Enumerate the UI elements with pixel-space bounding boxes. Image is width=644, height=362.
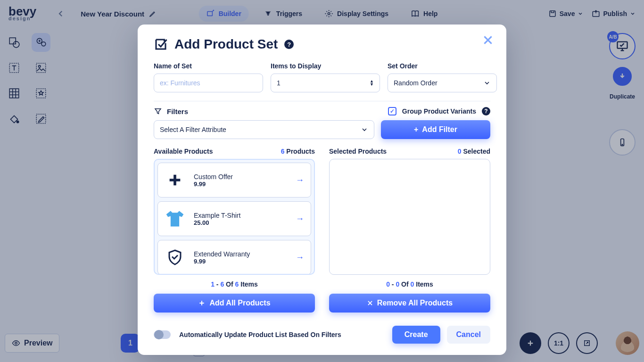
order-value: Random Order [394,79,438,87]
arrow-right-icon: → [296,214,304,224]
product-card[interactable]: Example T-Shirt25.00 → [157,201,311,236]
product-name: Example T-Shirt [194,212,287,219]
product-name: Extended Warranty [194,250,287,258]
add-product-set-modal: Add Product Set ? Name of Set Items to D… [138,25,506,355]
arrow-right-icon: → [296,175,304,185]
add-all-label: Add All Products [209,299,270,307]
order-select[interactable]: Random Order [388,74,497,92]
set-order-field: Set Order Random Order [388,62,497,92]
product-thumb [165,208,185,229]
available-count: 6 Products [281,148,315,155]
checkbox-icon [154,37,168,51]
plus-icon: + [414,125,418,134]
group-variants-checkbox[interactable]: ✓ [388,107,396,115]
auto-update-toggle[interactable] [154,330,171,339]
arrow-right-icon: → [296,253,304,263]
plus-icon [167,172,183,188]
filter-select-value: Select A Filter Attribute [160,126,226,133]
create-button[interactable]: Create [392,326,440,344]
selected-products-column: Selected Products 0 Selected 0 - 0 Of 0 … [329,148,490,313]
add-filter-label: Add Filter [422,125,457,134]
selected-pager: 0 - 0 Of 0 Items [329,280,490,288]
product-thumb [165,247,185,268]
product-price: 25.00 [194,219,287,226]
filters-label-text: Filters [167,107,188,115]
available-products-list: Custom Offer9.99 → Example T-Shirt25.00 … [154,159,315,275]
filters-label: Filters [154,107,188,115]
product-price: 9.99 [194,181,287,188]
help-icon[interactable]: ? [284,40,294,49]
product-card[interactable]: Extended Warranty9.99 → [157,240,311,275]
selected-products-list [329,159,490,275]
product-name: Custom Offer [194,173,287,181]
filter-attribute-select[interactable]: Select A Filter Attribute [154,120,374,139]
add-filter-button[interactable]: + Add Filter [381,120,490,139]
plus-icon [198,299,206,307]
product-price: 9.99 [194,258,287,265]
close-icon [367,300,373,306]
name-input-wrapper [154,74,263,92]
modal-title-text: Add Product Set [174,37,278,52]
selected-count: 0 Selected [458,148,490,155]
help-icon[interactable]: ? [482,107,490,115]
selected-title: Selected Products [329,148,387,155]
product-card[interactable]: Custom Offer9.99 → [157,163,311,197]
name-label: Name of Set [154,62,263,70]
close-button[interactable] [482,34,494,46]
filter-icon [154,107,162,115]
chevron-down-icon [483,79,491,87]
available-products-column: Available Products 6 Products Custom Off… [154,148,315,313]
cancel-button[interactable]: Cancel [447,326,490,344]
tshirt-icon [165,208,185,229]
order-label: Set Order [388,62,497,70]
remove-all-label: Remove All Products [377,299,453,307]
name-input[interactable] [160,79,257,87]
remove-all-button[interactable]: Remove All Products [329,294,490,313]
auto-update-label: Automatically Update Product List Based … [179,331,341,338]
name-of-set-field: Name of Set [154,62,263,92]
add-all-button[interactable]: Add All Products [154,294,315,313]
items-label: Items to Display [271,62,380,70]
items-stepper[interactable]: 1 ▲▼ [271,74,380,92]
stepper-icon: ▲▼ [370,80,374,86]
items-to-display-field: Items to Display 1 ▲▼ [271,62,380,92]
available-title: Available Products [154,148,213,155]
group-variants: ✓ Group Product Variants ? [388,107,490,115]
available-pager: 1 - 6 Of 6 Items [154,280,315,288]
items-value: 1 [277,79,281,87]
group-variants-label: Group Product Variants [402,107,476,115]
modal-title: Add Product Set ? [154,37,490,52]
chevron-down-icon [361,126,368,133]
product-thumb [165,170,185,190]
close-icon [482,34,494,46]
shield-icon [166,249,183,266]
